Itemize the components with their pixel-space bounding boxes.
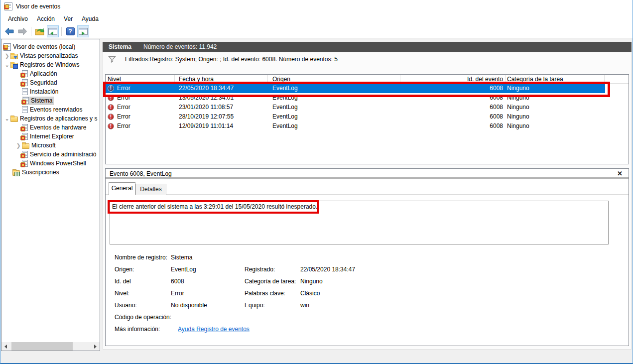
error-icon xyxy=(108,114,114,120)
tree-item-label: Instalación xyxy=(30,88,58,95)
forward-arrow-icon xyxy=(17,27,27,35)
field-label: Id. del xyxy=(115,278,131,285)
event-viewer-icon xyxy=(3,43,11,51)
toolbar xyxy=(0,25,633,38)
error-icon xyxy=(108,104,114,111)
events-count: Número de eventos: 11.942 xyxy=(143,43,217,50)
tree-item-label: Visor de eventos (local) xyxy=(13,43,75,50)
console-tree-panel: Visor de eventos (local) ❯ Vistas person… xyxy=(1,39,100,351)
tree-item-eventos-de-hardware[interactable]: Eventos de hardware xyxy=(1,123,100,132)
tree-item-seguridad[interactable]: Seguridad xyxy=(1,78,100,87)
scrollbar-thumb[interactable] xyxy=(11,342,73,351)
log-name: Sistema xyxy=(109,43,131,50)
log-icon xyxy=(22,151,28,158)
menu-ayuda[interactable]: Ayuda xyxy=(77,14,103,24)
field-value-user: No disponible xyxy=(171,302,207,309)
windows-logs-folder-icon xyxy=(10,63,18,68)
event-log-help-link[interactable]: Ayuda Registro de eventos xyxy=(178,326,250,333)
back-button[interactable] xyxy=(3,25,15,37)
tree-item-registros-de-windows[interactable]: ⌄ Registros de Windows xyxy=(1,60,100,69)
field-label: Origen: xyxy=(115,266,134,273)
chevron-down-icon[interactable]: ⌄ xyxy=(3,60,10,69)
action-pane-icon xyxy=(79,28,88,35)
open-saved-log-button[interactable] xyxy=(34,25,46,37)
tree-horizontal-scrollbar[interactable] xyxy=(1,342,100,351)
console-tree-toggle-button[interactable] xyxy=(47,25,59,37)
menu-bar: Archivo Acción Ver Ayuda xyxy=(0,13,633,25)
tab-detalles[interactable]: Detalles xyxy=(135,184,166,195)
error-icon xyxy=(108,123,114,129)
open-folder-icon xyxy=(35,27,45,35)
field-value-event-id: 6008 xyxy=(171,278,184,285)
menu-accion[interactable]: Acción xyxy=(32,14,59,24)
event-detail-panel: Evento 6008, EventLog ✕ General Detalles… xyxy=(105,168,629,346)
event-row[interactable]: Error 12/09/2019 11:01:14 EventLog 6008 … xyxy=(106,121,629,131)
subscriptions-folder-icon xyxy=(12,170,20,176)
tree-item-microsoft[interactable]: ❯ Microsoft xyxy=(1,141,100,150)
field-label: Nivel: xyxy=(115,290,129,297)
scroll-right-arrow[interactable] xyxy=(91,342,100,351)
detail-title: Evento 6008, EventLog xyxy=(110,170,172,177)
tree-item-servicio-de-administracion[interactable]: Servicio de administració xyxy=(1,150,100,159)
tree-item-label: Eventos de hardware xyxy=(30,124,86,131)
tree-item-label: Registros de Windows xyxy=(20,61,79,68)
chevron-right-icon[interactable]: ❯ xyxy=(3,51,10,60)
tree-item-eventos-reenviados[interactable]: Eventos reenviados xyxy=(1,105,100,114)
chevron-right-icon[interactable]: ❯ xyxy=(15,141,22,150)
tree-item-label: Internet Explorer xyxy=(30,133,74,140)
field-label: Categoría de tarea: xyxy=(245,278,296,285)
tree-item-sistema[interactable]: Sistema xyxy=(1,96,100,105)
toolbar-separator xyxy=(61,27,62,36)
log-icon xyxy=(22,88,28,95)
field-label: Más información: xyxy=(115,326,160,333)
event-row[interactable]: Error 23/01/2020 11:08:57 EventLog 6008 … xyxy=(106,103,629,112)
tree-item-label: Suscripciones xyxy=(22,169,59,176)
chevron-down-icon[interactable]: ⌄ xyxy=(3,114,10,123)
field-value-computer: win xyxy=(300,302,309,309)
detail-header: Evento 6008, EventLog ✕ xyxy=(106,169,629,179)
field-value-logged: 22/05/2020 18:34:47 xyxy=(300,266,355,273)
log-icon xyxy=(22,124,28,131)
tree-item-vistas-personalizadas[interactable]: ❯ Vistas personalizadas xyxy=(1,51,100,60)
forward-button[interactable] xyxy=(16,25,28,37)
menu-ver[interactable]: Ver xyxy=(59,14,77,24)
tree-item-label: Vistas personalizadas xyxy=(20,52,78,59)
field-value-task-category: Ninguno xyxy=(300,278,323,285)
tab-general[interactable]: General xyxy=(109,182,135,195)
filter-funnel-icon xyxy=(108,56,116,63)
tree-item-suscripciones[interactable]: Suscripciones xyxy=(1,168,100,177)
field-label: Código de operación: xyxy=(115,314,171,321)
console-tree-icon xyxy=(48,28,57,35)
log-icon xyxy=(22,133,28,140)
scroll-left-arrow[interactable] xyxy=(1,342,10,351)
window-title: Visor de eventos xyxy=(16,3,60,10)
tree-item-label: Microsoft xyxy=(31,142,56,149)
tree-item-internet-explorer[interactable]: Internet Explorer xyxy=(1,132,100,141)
apps-logs-folder-icon xyxy=(10,117,18,122)
detail-tabs: General Detalles xyxy=(106,182,629,195)
tree-item-label: Seguridad xyxy=(30,79,57,86)
event-row[interactable]: Error 28/10/2019 12:07:55 EventLog 6008 … xyxy=(106,112,629,121)
help-icon xyxy=(66,27,75,35)
log-icon xyxy=(22,160,28,167)
tree-item-aplicacion[interactable]: Aplicación xyxy=(1,69,100,78)
help-button[interactable] xyxy=(64,25,76,37)
action-pane-toggle-button[interactable] xyxy=(77,25,89,37)
tree-item-registros-de-aplicaciones[interactable]: ⌄ Registros de aplicaciones y s xyxy=(1,114,100,123)
tree-item-windows-powershell[interactable]: Windows PowerShell xyxy=(1,159,100,168)
log-icon xyxy=(23,97,29,104)
folder-icon xyxy=(22,143,29,149)
field-value-source: EventLog xyxy=(171,266,196,273)
tree-item-label: Aplicación xyxy=(30,70,57,77)
tree-item-label: Eventos reenviados xyxy=(30,106,82,113)
log-header-bar: Sistema Número de eventos: 11.942 xyxy=(103,42,632,52)
field-label: Palabras clave: xyxy=(245,290,285,297)
tree-item-instalacion[interactable]: Instalación xyxy=(1,87,100,96)
log-icon xyxy=(22,79,28,86)
tree-item-label: Windows PowerShell xyxy=(30,160,86,167)
menu-archivo[interactable]: Archivo xyxy=(3,14,32,24)
event-description: El cierre anterior del sistema a las 3:2… xyxy=(112,203,317,210)
close-icon[interactable]: ✕ xyxy=(617,170,623,177)
toolbar-separator xyxy=(31,27,31,36)
tree-item-root[interactable]: Visor de eventos (local) xyxy=(1,42,100,51)
